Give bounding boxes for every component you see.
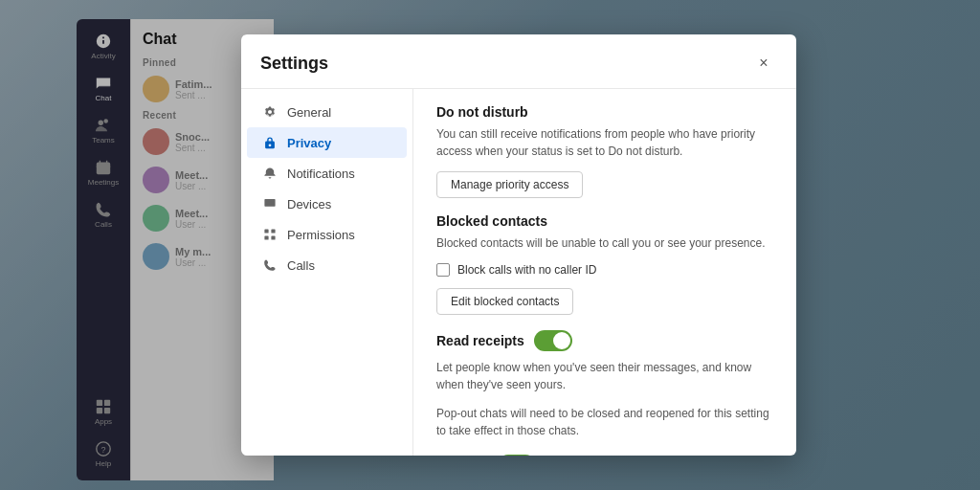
svg-rect-12: [264, 235, 268, 239]
block-no-caller-id-row: Block calls with no caller ID: [436, 263, 773, 277]
settings-content: Do not disturb You can still receive not…: [413, 89, 796, 456]
edit-blocked-contacts-button[interactable]: Edit blocked contacts: [436, 288, 573, 315]
block-no-caller-id-checkbox[interactable]: [436, 263, 450, 277]
modal-body: General Privacy: [241, 89, 796, 456]
surveys-toggle-row: Surveys: [436, 455, 773, 456]
nav-label-privacy: Privacy: [287, 136, 331, 150]
surveys-section: Surveys Participate in surveys from Micr…: [436, 455, 773, 456]
modal-title: Settings: [260, 54, 328, 74]
surveys-toggle[interactable]: [498, 455, 536, 456]
close-button[interactable]: ×: [750, 50, 777, 77]
nav-item-calls[interactable]: Calls: [247, 250, 407, 280]
nav-item-notifications[interactable]: Notifications: [247, 158, 407, 189]
block-no-caller-id-label: Block calls with no caller ID: [457, 263, 596, 277]
do-not-disturb-section: Do not disturb You can still receive not…: [436, 104, 773, 213]
nav-label-calls: Calls: [287, 258, 315, 273]
nav-item-privacy[interactable]: Privacy: [247, 127, 407, 158]
svg-rect-10: [264, 229, 268, 233]
gear-icon: [262, 104, 278, 120]
monitor-icon: [262, 196, 278, 212]
blocked-contacts-title: Blocked contacts: [436, 213, 773, 229]
dnd-title: Do not disturb: [436, 104, 773, 120]
read-receipts-toggle[interactable]: [534, 330, 572, 351]
read-receipts-desc1: Let people know when you've seen their m…: [436, 359, 773, 393]
nav-item-general[interactable]: General: [247, 97, 407, 127]
read-receipts-desc2: Pop-out chats will need to be closed and…: [436, 405, 773, 439]
svg-rect-9: [264, 199, 275, 207]
nav-label-notifications: Notifications: [287, 167, 355, 181]
manage-priority-access-button[interactable]: Manage priority access: [436, 171, 583, 198]
blocked-contacts-description: Blocked contacts will be unable to call …: [436, 234, 773, 252]
svg-rect-13: [271, 235, 275, 239]
dnd-description: You can still receive notifications from…: [436, 125, 773, 160]
nav-label-general: General: [287, 105, 331, 120]
modal-header: Settings ×: [241, 34, 796, 89]
svg-rect-11: [271, 229, 275, 233]
bell-icon: [262, 166, 278, 181]
nav-item-permissions[interactable]: Permissions: [247, 219, 407, 250]
read-receipts-title: Read receipts: [436, 333, 524, 348]
modal-overlay: Settings × General: [0, 0, 980, 490]
nav-label-permissions: Permissions: [287, 228, 355, 242]
read-receipts-section: Read receipts Let people know when you'v…: [436, 330, 773, 439]
settings-nav: General Privacy: [241, 89, 413, 456]
settings-modal: Settings × General: [241, 34, 796, 456]
lock-icon: [262, 135, 278, 150]
nav-label-devices: Devices: [287, 197, 331, 212]
grid-icon: [262, 227, 278, 242]
read-receipts-toggle-row: Read receipts: [436, 330, 773, 351]
nav-item-devices[interactable]: Devices: [247, 189, 407, 219]
blocked-contacts-section: Blocked contacts Blocked contacts will b…: [436, 213, 773, 330]
phone-icon: [262, 257, 278, 273]
